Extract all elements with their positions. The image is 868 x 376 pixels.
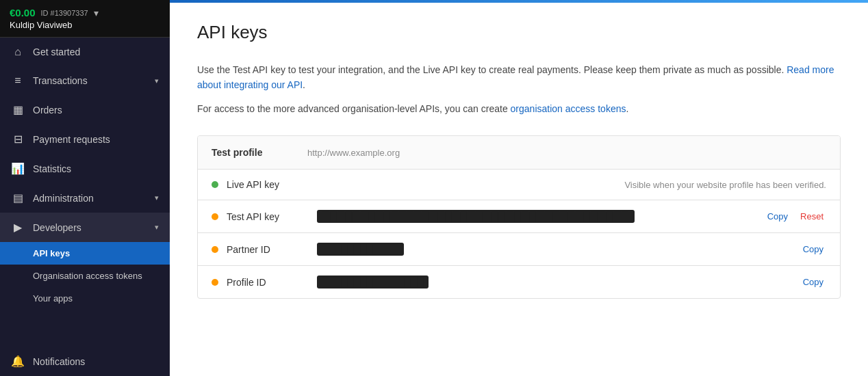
info-paragraph-2: For access to the more advanced organisa… (197, 101, 841, 116)
sidebar-subitem-api-keys[interactable]: API keys (0, 242, 170, 265)
sidebar-item-label: Administration (33, 193, 146, 204)
org-access-tokens-label: Organisation access tokens (33, 271, 142, 281)
orders-icon: ▦ (11, 103, 25, 116)
org-name: Kuldip Viaviweb (10, 20, 99, 30)
administration-icon: ▤ (11, 191, 25, 204)
partner-id-label: Partner ID (227, 244, 309, 255)
test-profile-url: http://www.example.org (307, 148, 400, 158)
redacted-value: ████████████████████████████████████████ (317, 210, 635, 223)
redacted-value: ████████████ (317, 243, 404, 256)
payment-requests-icon: ⊟ (11, 133, 25, 146)
profile-id-actions: Copy (800, 276, 826, 288)
live-api-key-label: Live API key (227, 179, 309, 190)
sidebar-item-statistics[interactable]: 📊 Statistics (0, 154, 170, 183)
live-api-key-note: Visible when your website profile has be… (317, 180, 826, 190)
table-row: Profile ID ████████████████ Copy (198, 266, 840, 298)
your-apps-label: Your apps (33, 293, 73, 304)
sidebar: €0.00 ID #13907337 ▾ Kuldip Viaviweb ⌂ G… (0, 0, 170, 376)
account-id: ID #13907337 (41, 9, 88, 17)
sidebar-item-payment-requests[interactable]: ⊟ Payment requests (0, 124, 170, 154)
copy-partner-id-button[interactable]: Copy (800, 243, 826, 256)
org-tokens-link[interactable]: organisation access tokens (511, 103, 626, 114)
chevron-down-icon: ▾ (155, 77, 159, 85)
test-api-key-actions: Copy Reset (765, 210, 826, 223)
sidebar-header[interactable]: €0.00 ID #13907337 ▾ Kuldip Viaviweb (0, 0, 170, 38)
main-content: API keys Use the Test API key to test yo… (170, 0, 868, 376)
balance-display: €0.00 (10, 7, 36, 18)
content-area: API keys Use the Test API key to test yo… (170, 3, 868, 376)
developers-icon: ▶ (11, 221, 25, 234)
sidebar-item-notifications[interactable]: 🔔 Notifications (0, 347, 170, 376)
table-row: Partner ID ████████████ Copy (198, 233, 840, 266)
status-dot-green (212, 181, 218, 188)
sidebar-item-get-started[interactable]: ⌂ Get started (0, 38, 170, 66)
api-table-header: Test profile http://www.example.org (198, 136, 840, 170)
sidebar-subitem-your-apps[interactable]: Your apps (0, 287, 170, 310)
table-row: Test API key ███████████████████████████… (198, 200, 840, 233)
sidebar-item-label: Transactions (33, 75, 146, 86)
reset-test-api-key-button[interactable]: Reset (797, 210, 826, 223)
chevron-down-icon: ▾ (155, 193, 159, 202)
status-dot-orange (212, 213, 218, 220)
sidebar-item-label: Get started (33, 46, 159, 57)
partner-id-actions: Copy (800, 243, 826, 256)
sidebar-header-info: €0.00 ID #13907337 ▾ Kuldip Viaviweb (10, 7, 99, 30)
sidebar-item-developers[interactable]: ▶ Developers ▾ (0, 213, 170, 242)
chevron-down-icon: ▾ (155, 223, 159, 232)
sidebar-item-administration[interactable]: ▤ Administration ▾ (0, 183, 170, 213)
sidebar-item-label: Orders (33, 105, 159, 116)
sidebar-nav: ⌂ Get started ≡ Transactions ▾ ▦ Orders … (0, 38, 170, 376)
status-dot-orange (212, 246, 218, 253)
copy-profile-id-button[interactable]: Copy (800, 276, 826, 288)
table-row: Live API key Visible when your website p… (198, 170, 840, 200)
api-keys-label: API keys (33, 248, 70, 258)
partner-id-value: ████████████ (317, 243, 792, 256)
sidebar-item-transactions[interactable]: ≡ Transactions ▾ (0, 66, 170, 95)
statistics-icon: 📊 (11, 162, 25, 175)
api-keys-table: Test profile http://www.example.org Live… (197, 135, 841, 299)
copy-test-api-key-button[interactable]: Copy (765, 210, 791, 223)
home-icon: ⌂ (11, 46, 25, 58)
sidebar-item-label: Notifications (33, 356, 159, 367)
sidebar-subitem-org-access-tokens[interactable]: Organisation access tokens (0, 265, 170, 287)
account-chevron-icon[interactable]: ▾ (94, 8, 99, 18)
transactions-icon: ≡ (11, 75, 25, 87)
info-block: Use the Test API key to test your integr… (197, 62, 841, 116)
info-paragraph-1: Use the Test API key to test your integr… (197, 62, 841, 93)
sidebar-item-label: Payment requests (33, 134, 159, 145)
sidebar-item-orders[interactable]: ▦ Orders (0, 95, 170, 124)
page-title: API keys (197, 22, 841, 43)
profile-id-label: Profile ID (227, 277, 309, 288)
test-profile-label: Test profile (212, 147, 294, 158)
sidebar-item-label: Developers (33, 222, 146, 233)
status-dot-orange (212, 279, 218, 286)
profile-id-value: ████████████████ (317, 276, 792, 288)
test-api-key-value: ████████████████████████████████████████ (317, 210, 756, 223)
redacted-value: ████████████████ (317, 276, 429, 288)
test-api-key-label: Test API key (227, 211, 309, 222)
notifications-icon: 🔔 (11, 355, 25, 368)
sidebar-item-label: Statistics (33, 163, 159, 174)
